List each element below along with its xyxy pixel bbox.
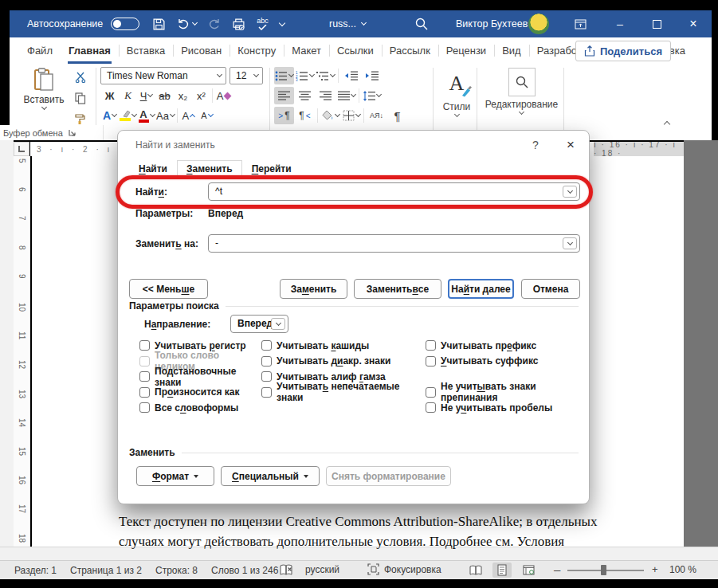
decrease-indent-button[interactable] bbox=[341, 67, 361, 84]
spellcheck-icon[interactable]: abc bbox=[257, 18, 269, 30]
collapse-ribbon-icon[interactable] bbox=[664, 121, 670, 127]
autosave-toggle[interactable] bbox=[111, 18, 139, 30]
document-text-line-2[interactable]: случаях могут действовать дополнительные… bbox=[119, 534, 564, 550]
status-item-4[interactable]: Слово 1 из 246 bbox=[211, 565, 278, 576]
styles-button[interactable]: A Стили bbox=[436, 69, 477, 116]
show-marks-button[interactable]: ¶ bbox=[387, 107, 407, 124]
document-text-line-1[interactable]: Текст доступен по лицензии Creative Comm… bbox=[119, 514, 597, 530]
strikethrough-button[interactable]: ab bbox=[155, 87, 174, 104]
align-center-button[interactable] bbox=[295, 87, 315, 104]
special-button[interactable]: Специальный bbox=[221, 466, 320, 486]
checkbox-box[interactable] bbox=[261, 340, 272, 351]
dialog-help-button[interactable]: ? bbox=[526, 136, 545, 154]
search-icon[interactable] bbox=[414, 17, 429, 31]
checkbox-box[interactable] bbox=[261, 387, 272, 398]
paste-button[interactable]: Вставить bbox=[21, 68, 67, 123]
search-option-10[interactable]: Учитывать префикс bbox=[426, 338, 583, 354]
document-title[interactable]: russ... bbox=[329, 10, 366, 37]
tab-replace[interactable]: Заменить bbox=[177, 160, 242, 178]
highlight-button[interactable] bbox=[119, 107, 137, 124]
ribbon-display-button[interactable] bbox=[562, 10, 598, 37]
search-option-5[interactable]: Все словоформы bbox=[139, 400, 261, 416]
ltr-paragraph-button[interactable]: >¶ bbox=[274, 107, 294, 124]
checkbox-box[interactable] bbox=[139, 387, 150, 398]
redo-icon[interactable] bbox=[208, 18, 221, 30]
status-item-3[interactable]: Строка: 8 bbox=[155, 565, 198, 576]
clear-formatting-button[interactable]: A bbox=[214, 87, 233, 104]
qat-more-icon[interactable] bbox=[279, 19, 285, 25]
font-size-select[interactable]: 12 bbox=[230, 67, 263, 84]
rtl-paragraph-button[interactable]: ¶< bbox=[295, 107, 315, 124]
find-next-button[interactable]: Найти далее bbox=[448, 279, 514, 299]
bold-button[interactable]: Ж bbox=[100, 87, 119, 104]
save-icon[interactable] bbox=[152, 18, 166, 31]
minimize-button[interactable]: – bbox=[602, 10, 638, 37]
proofing-icon[interactable] bbox=[280, 564, 293, 576]
ribbon-tab-10[interactable]: Вид bbox=[494, 37, 529, 64]
copy-icon[interactable] bbox=[70, 89, 90, 107]
checkbox-box[interactable] bbox=[426, 387, 436, 398]
editing-button[interactable]: Редактирование bbox=[480, 68, 563, 114]
align-left-button[interactable] bbox=[274, 87, 294, 104]
share-button[interactable]: Поделиться bbox=[575, 41, 671, 61]
ribbon-tab-5[interactable]: Констру bbox=[230, 37, 284, 64]
ribbon-tab-7[interactable]: Ссылки bbox=[329, 37, 382, 64]
search-option-3[interactable]: Подстановочные знаки bbox=[139, 369, 261, 385]
font-color-button[interactable]: A bbox=[137, 107, 155, 124]
ribbon-tab-8[interactable]: Рассылк bbox=[382, 37, 438, 64]
tab-find[interactable]: Найти bbox=[129, 160, 177, 178]
increase-indent-button[interactable] bbox=[362, 67, 382, 84]
maximize-button[interactable] bbox=[638, 10, 675, 37]
shrink-font-button[interactable]: A bbox=[198, 107, 216, 124]
read-mode-button[interactable] bbox=[466, 563, 485, 578]
ribbon-tab-3[interactable]: Вставка bbox=[119, 37, 173, 64]
replace-all-button[interactable]: Заменить все bbox=[354, 279, 441, 299]
status-item-2[interactable]: Страница 1 из 2 bbox=[70, 565, 142, 576]
print-layout-button[interactable] bbox=[492, 563, 512, 578]
search-option-11[interactable]: Учитывать суффикс bbox=[426, 354, 583, 370]
replace-with-input[interactable]: - bbox=[208, 234, 580, 253]
superscript-button[interactable]: x² bbox=[192, 87, 210, 104]
checkbox-box[interactable] bbox=[261, 356, 272, 367]
subscript-button[interactable]: x₂ bbox=[174, 87, 192, 104]
zoom-out-button[interactable]: – bbox=[554, 563, 560, 576]
checkbox-box[interactable] bbox=[139, 371, 150, 382]
web-layout-button[interactable] bbox=[519, 563, 538, 578]
search-option-9[interactable]: Учитывать непечатаемые знаки bbox=[261, 385, 426, 401]
checkbox-box[interactable] bbox=[261, 371, 272, 382]
direction-dropdown-button[interactable] bbox=[271, 318, 285, 330]
status-language[interactable]: русский bbox=[305, 564, 339, 575]
undo-dropdown-icon[interactable] bbox=[192, 20, 198, 25]
checkbox-box[interactable] bbox=[426, 340, 436, 351]
tab-goto[interactable]: Перейти bbox=[242, 160, 301, 178]
search-option-4[interactable]: Произносится как bbox=[139, 385, 261, 401]
grow-font-button[interactable]: A bbox=[179, 107, 198, 124]
ribbon-tab-6[interactable]: Макет bbox=[284, 37, 329, 64]
justify-button[interactable] bbox=[336, 87, 356, 104]
print-icon[interactable] bbox=[232, 18, 245, 31]
zoom-level[interactable]: 100 % bbox=[669, 564, 696, 575]
direction-select[interactable]: Вперед bbox=[230, 315, 288, 333]
search-option-6[interactable]: Учитывать кашиды bbox=[261, 338, 426, 354]
v-ruler[interactable]: 56789101112131415161718 bbox=[14, 156, 30, 547]
search-option-13[interactable]: Не учитывать пробелы bbox=[426, 400, 583, 416]
checkbox-box[interactable] bbox=[426, 356, 436, 367]
user-name[interactable]: Виктор Бухтеев bbox=[456, 18, 528, 29]
dialog-close-button[interactable]: × bbox=[561, 136, 580, 154]
cancel-button[interactable]: Отмена bbox=[521, 279, 580, 299]
multilevel-list-button[interactable] bbox=[316, 67, 335, 84]
cut-icon[interactable] bbox=[70, 69, 90, 86]
search-option-12[interactable]: Не учитывать знаки препинания bbox=[426, 385, 583, 401]
avatar[interactable] bbox=[528, 14, 549, 34]
format-button[interactable]: Формат bbox=[136, 466, 214, 486]
find-input[interactable]: ^t bbox=[208, 182, 580, 201]
italic-button[interactable]: K bbox=[119, 87, 137, 104]
replace-button[interactable]: Заменить bbox=[280, 279, 347, 299]
less-button[interactable]: << Меньше bbox=[129, 279, 208, 299]
checkbox-box[interactable] bbox=[426, 402, 436, 413]
focus-button[interactable]: Фокусировка bbox=[367, 563, 441, 575]
borders-button[interactable] bbox=[341, 107, 361, 124]
undo-button[interactable] bbox=[177, 18, 197, 30]
ribbon-tab-9[interactable]: Рецензи bbox=[438, 37, 494, 64]
checkbox-box[interactable] bbox=[139, 402, 150, 413]
